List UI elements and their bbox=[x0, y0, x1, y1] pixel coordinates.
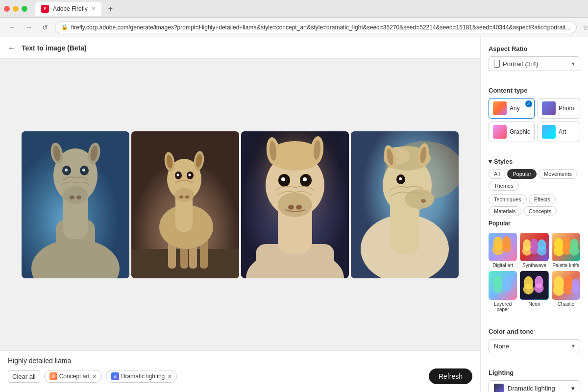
color-tone-dropdown[interactable]: None ▾ bbox=[489, 339, 580, 353]
content-type-graphic-thumb bbox=[493, 125, 507, 139]
svg-point-81 bbox=[538, 240, 546, 251]
remove-dramatic-lighting-tag[interactable]: × bbox=[168, 373, 172, 380]
svg-point-73 bbox=[493, 237, 503, 250]
main-area: ← Text to image (Beta) bbox=[0, 37, 480, 392]
styles-section-header[interactable]: ▾ Styles bbox=[489, 158, 580, 165]
address-bar[interactable]: 🔒 firefly.corp.adobe.com/generate/images… bbox=[55, 22, 577, 33]
portrait-icon bbox=[494, 60, 500, 68]
generated-image-2[interactable] bbox=[131, 131, 239, 278]
aspect-ratio-label: Aspect Ratio bbox=[489, 45, 580, 52]
color-tone-label: Color and tone bbox=[489, 328, 580, 335]
new-tab-button[interactable]: + bbox=[105, 3, 116, 14]
back-nav-button[interactable]: ← bbox=[6, 22, 19, 33]
app-back-button[interactable]: ← bbox=[8, 44, 16, 52]
prompt-text: Highly detailed llama bbox=[8, 357, 472, 365]
style-tab-materials[interactable]: Materials bbox=[489, 206, 521, 216]
style-grid: Digital art bbox=[489, 233, 580, 312]
style-card-layered-paper[interactable]: Layered paper bbox=[489, 271, 517, 312]
style-neon-thumb bbox=[520, 271, 548, 299]
content-type-section: Content type Any ✓ Photo Graphic bbox=[489, 87, 580, 142]
style-tab-effects[interactable]: Effects bbox=[529, 195, 556, 204]
style-synthwave-label: Synthwave bbox=[520, 263, 548, 268]
svg-point-62 bbox=[405, 189, 434, 209]
content-type-any-label: Any bbox=[510, 105, 520, 112]
close-tab-button[interactable]: ✕ bbox=[92, 6, 96, 11]
svg-point-75 bbox=[502, 236, 511, 248]
style-layered-paper-thumb bbox=[489, 271, 517, 299]
refresh-nav-button[interactable]: ↺ bbox=[39, 22, 51, 33]
right-panel: Aspect Ratio Portrait (3:4) ▾ Content ty… bbox=[480, 37, 588, 392]
concept-art-tag-label: Concept art bbox=[59, 373, 90, 380]
browser-tab[interactable]: F Adobe Firefly ✕ bbox=[35, 2, 101, 16]
style-card-digital-art[interactable]: Digital art bbox=[489, 233, 517, 268]
style-tab-techniques[interactable]: Techniques bbox=[489, 195, 527, 204]
content-type-art[interactable]: Art bbox=[538, 122, 580, 142]
generated-image-1[interactable] bbox=[22, 131, 129, 278]
svg-point-53 bbox=[288, 205, 294, 210]
color-tone-value: None bbox=[494, 343, 509, 350]
style-neon-label: Neon bbox=[520, 301, 548, 307]
app-content: ← Text to image (Beta) bbox=[0, 37, 588, 392]
refresh-button[interactable]: Refresh bbox=[429, 368, 472, 384]
concept-art-tag-icon bbox=[49, 372, 57, 380]
style-tab-themes[interactable]: Themes bbox=[489, 181, 519, 191]
page-title: Text to image (Beta) bbox=[22, 44, 87, 52]
clear-all-button[interactable]: Clear all bbox=[8, 370, 40, 383]
styles-label: Styles bbox=[494, 158, 513, 165]
firefly-tab-icon: F bbox=[41, 5, 49, 13]
content-type-label: Content type bbox=[489, 87, 580, 94]
style-palette-knife-label: Palette knife bbox=[552, 263, 580, 268]
svg-point-69 bbox=[421, 199, 426, 203]
style-card-chaotic[interactable]: Chaotic bbox=[552, 271, 580, 312]
style-palette-knife-thumb bbox=[552, 233, 580, 261]
content-type-any[interactable]: Any ✓ bbox=[489, 98, 535, 119]
content-type-any-thumb bbox=[493, 101, 507, 115]
style-layered-paper-label: Layered paper bbox=[489, 301, 517, 312]
content-type-graphic[interactable]: Graphic bbox=[489, 122, 535, 142]
styles-section: ▾ Styles All Popular Movements Themes Te… bbox=[489, 158, 580, 312]
style-card-palette-knife[interactable]: Palette knife bbox=[552, 233, 580, 268]
lighting-section: Lighting Dramatic lighting ▾ bbox=[489, 369, 580, 392]
style-card-neon[interactable]: Neon bbox=[520, 271, 548, 312]
generated-image-3[interactable] bbox=[241, 131, 349, 278]
maximize-window-button[interactable] bbox=[22, 6, 27, 12]
svg-point-64 bbox=[399, 177, 402, 180]
lighting-chevron-icon: ▾ bbox=[571, 385, 575, 392]
remove-concept-art-tag[interactable]: × bbox=[93, 373, 97, 380]
content-type-art-label: Art bbox=[559, 128, 566, 135]
ssl-lock-icon: 🔒 bbox=[61, 24, 68, 30]
traffic-lights bbox=[4, 6, 27, 12]
style-tab-popular[interactable]: Popular bbox=[507, 169, 537, 179]
aspect-ratio-dropdown[interactable]: Portrait (3:4) ▾ bbox=[489, 56, 580, 71]
bookmark-icon[interactable]: ☆ bbox=[581, 23, 588, 32]
style-tab-concepts[interactable]: Concepts bbox=[523, 206, 557, 216]
browser-toolbar-icons: ☆ 🧩 👤 ⋮ bbox=[581, 23, 588, 32]
color-tone-chevron-icon: ▾ bbox=[572, 343, 575, 349]
style-card-synthwave[interactable]: Synthwave bbox=[520, 233, 548, 268]
close-window-button[interactable] bbox=[4, 6, 10, 12]
svg-point-29 bbox=[177, 173, 179, 176]
style-tabs-2: Techniques Effects Materials Concepts bbox=[489, 195, 580, 216]
svg-point-96 bbox=[535, 276, 543, 288]
content-type-grid: Any ✓ Photo Graphic Art bbox=[489, 98, 580, 142]
concept-art-tag: Concept art × bbox=[44, 370, 102, 383]
prompt-bar: Highly detailed llama Clear all Concept … bbox=[0, 350, 480, 392]
generated-image-4[interactable] bbox=[351, 131, 459, 278]
lighting-value: Dramatic lighting bbox=[508, 385, 555, 392]
svg-point-30 bbox=[189, 173, 191, 176]
svg-point-35 bbox=[179, 196, 183, 198]
forward-nav-button[interactable]: → bbox=[23, 22, 35, 33]
minimize-window-button[interactable] bbox=[13, 6, 19, 12]
url-text: firefly.corp.adobe.com/generate/images?p… bbox=[71, 24, 570, 31]
svg-point-48 bbox=[303, 177, 307, 181]
style-tab-movements[interactable]: Movements bbox=[539, 169, 577, 179]
svg-point-102 bbox=[571, 279, 579, 290]
style-tab-all[interactable]: All bbox=[489, 169, 505, 179]
content-type-photo[interactable]: Photo bbox=[538, 98, 580, 119]
app-header: ← Text to image (Beta) bbox=[0, 37, 480, 59]
svg-point-94 bbox=[524, 276, 533, 290]
aspect-ratio-value: Portrait (3:4) bbox=[503, 60, 538, 68]
style-tabs: All Popular Movements Themes bbox=[489, 169, 580, 191]
style-digital-art-thumb bbox=[489, 233, 517, 261]
lighting-dropdown[interactable]: Dramatic lighting ▾ bbox=[489, 380, 580, 392]
